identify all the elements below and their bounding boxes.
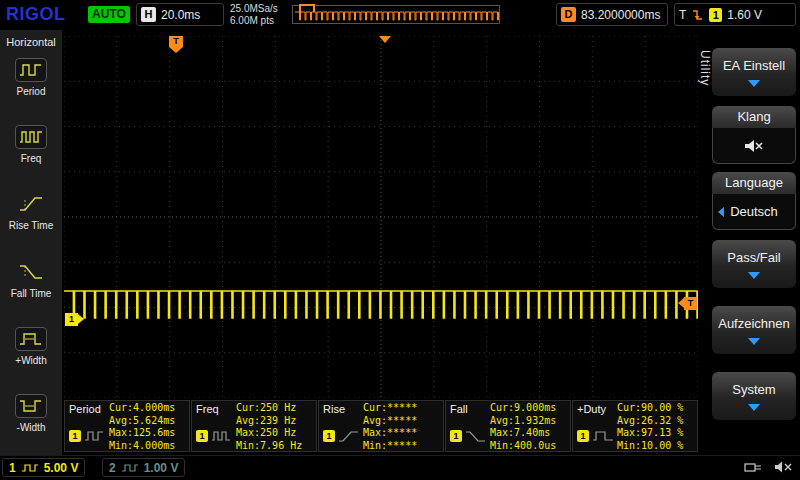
sidebar-item-period[interactable]: Period bbox=[0, 58, 62, 97]
fall-glyph-icon bbox=[465, 429, 487, 443]
h-badge: H bbox=[141, 7, 156, 22]
rise-time-icon bbox=[15, 192, 47, 216]
channel2-coupling-icon bbox=[121, 463, 139, 473]
measurement-box-freq[interactable]: Freq 1 Cur:250 Hz Avg:239 Hz Max:250 Hz … bbox=[191, 400, 317, 452]
horizontal-scale-value: 20.0ms bbox=[161, 8, 200, 22]
channel-badge: 1 bbox=[577, 430, 589, 442]
run-status-badge[interactable]: AUTO bbox=[88, 6, 130, 23]
sidebar-item-label: Rise Time bbox=[9, 220, 53, 231]
measurement-label: Fall bbox=[450, 403, 468, 415]
passfail-button[interactable]: Pass/Fail bbox=[712, 240, 796, 288]
t-label: T bbox=[679, 8, 686, 22]
record-button[interactable]: Aufzeichnen bbox=[712, 306, 796, 354]
channel-badge: 1 bbox=[69, 430, 81, 442]
channel1-ground-marker[interactable]: 1 bbox=[65, 313, 78, 326]
meas-avg: Avg:26.32 % bbox=[617, 415, 697, 428]
language-value: Deutsch bbox=[730, 204, 778, 219]
sidebar-item-label: +Width bbox=[15, 355, 46, 366]
meas-max: Max:***** bbox=[363, 427, 443, 440]
waveform-trace bbox=[64, 36, 698, 398]
sidebar-item-label: Freq bbox=[21, 153, 42, 164]
meas-max: Max:125.6ms bbox=[109, 427, 189, 440]
freq-icon bbox=[15, 125, 47, 149]
rise-glyph-icon bbox=[338, 429, 360, 443]
freq-glyph-icon bbox=[211, 429, 233, 443]
meas-min: Min:***** bbox=[363, 440, 443, 453]
language-label: Language bbox=[712, 172, 796, 194]
measurement-box-duty[interactable]: +Duty 1 Cur:90.00 % Avg:26.32 % Max:97.1… bbox=[572, 400, 698, 452]
waveform-preview-strip[interactable] bbox=[292, 5, 500, 24]
sidebar-item-freq[interactable]: Freq bbox=[0, 125, 62, 164]
io-settings-button[interactable]: EA Einstell bbox=[712, 48, 796, 96]
channel1-status[interactable]: 1 5.00 V bbox=[2, 458, 85, 477]
preview-position-slider[interactable] bbox=[299, 4, 315, 12]
meas-min: Min:7.96 Hz bbox=[236, 440, 316, 453]
channel-badge: 1 bbox=[323, 430, 335, 442]
channel2-scale: 1.00 V bbox=[144, 461, 179, 475]
trigger-level-value: 1.60 V bbox=[727, 8, 762, 22]
measurement-box-period[interactable]: Period 1 Cur:4.000ms Avg:5.624ms Max:125… bbox=[64, 400, 190, 452]
measurement-label: Period bbox=[69, 403, 101, 415]
sound-button[interactable]: Klang bbox=[712, 106, 796, 164]
channel1-coupling-icon bbox=[21, 463, 39, 473]
sound-label: Klang bbox=[712, 106, 796, 128]
measurement-label: +Duty bbox=[577, 403, 606, 415]
system-button[interactable]: System bbox=[712, 372, 796, 420]
bottom-status-bar: 1 5.00 V 2 1.00 V bbox=[0, 455, 800, 480]
meas-avg: Avg:239 Hz bbox=[236, 415, 316, 428]
acquisition-info: 25.0MSa/s 6.00M pts bbox=[230, 3, 278, 27]
meas-cur: Cur:90.00 % bbox=[617, 402, 697, 415]
plus-width-icon bbox=[15, 327, 47, 351]
channel1-scale: 5.00 V bbox=[44, 461, 79, 475]
trigger-level-marker[interactable]: T bbox=[684, 297, 697, 310]
duty-glyph-icon bbox=[592, 429, 614, 443]
sidebar-item-rise-time[interactable]: Rise Time bbox=[0, 192, 62, 231]
measurement-label: Rise bbox=[323, 403, 345, 415]
minus-width-icon bbox=[15, 394, 47, 418]
trigger-position-marker[interactable]: T bbox=[169, 36, 183, 47]
d-badge: D bbox=[561, 7, 576, 22]
graticule-area: T T 1 bbox=[64, 36, 698, 398]
sidebar-item-label: -Width bbox=[17, 422, 46, 433]
meas-cur: Cur:250 Hz bbox=[236, 402, 316, 415]
memory-depth-value: 6.00M pts bbox=[230, 15, 278, 27]
period-icon bbox=[15, 58, 47, 82]
record-label: Aufzeichnen bbox=[718, 316, 790, 331]
delay-box[interactable]: D 83.2000000ms bbox=[556, 3, 668, 26]
horizontal-scale-box[interactable]: H 20.0ms bbox=[136, 3, 224, 26]
sidebar-item-label: Fall Time bbox=[11, 288, 52, 299]
channel1-number: 1 bbox=[9, 461, 16, 475]
sidebar-item-fall-time[interactable]: Fall Time bbox=[0, 260, 62, 299]
prev-option-arrow-icon bbox=[718, 207, 724, 217]
menu-page-title: Utility bbox=[698, 50, 712, 86]
meas-max: Max:7.40ms bbox=[490, 427, 570, 440]
trigger-box[interactable]: T 1 1.60 V bbox=[674, 3, 796, 26]
rigol-logo: RIGOL bbox=[6, 4, 66, 25]
meas-avg: Avg:***** bbox=[363, 415, 443, 428]
speaker-mute-icon[interactable] bbox=[774, 460, 794, 474]
meas-cur: Cur:***** bbox=[363, 402, 443, 415]
left-menu: Horizontal Period Freq Rise Time Fall Ti… bbox=[0, 30, 62, 455]
meas-min: Min:400.0us bbox=[490, 440, 570, 453]
sample-rate-value: 25.0MSa/s bbox=[230, 3, 278, 15]
submenu-arrow-icon bbox=[748, 80, 760, 87]
channel-badge: 1 bbox=[450, 430, 462, 442]
channel-badge: 1 bbox=[196, 430, 208, 442]
channel2-status[interactable]: 2 1.00 V bbox=[102, 458, 185, 477]
delay-reference-marker[interactable] bbox=[379, 36, 391, 43]
measurement-label: Freq bbox=[196, 403, 219, 415]
preview-waveform bbox=[294, 7, 500, 24]
sidebar-item-nwidth[interactable]: -Width bbox=[0, 394, 62, 433]
meas-avg: Avg:1.932ms bbox=[490, 415, 570, 428]
meas-cur: Cur:9.000ms bbox=[490, 402, 570, 415]
measurement-box-rise[interactable]: Rise 1 Cur:***** Avg:***** Max:***** Min… bbox=[318, 400, 444, 452]
left-menu-title: Horizontal bbox=[0, 36, 62, 48]
submenu-arrow-icon bbox=[748, 272, 760, 279]
usb-icon bbox=[744, 461, 764, 474]
sidebar-item-pwidth[interactable]: +Width bbox=[0, 327, 62, 366]
period-glyph-icon bbox=[84, 429, 106, 443]
delay-value: 83.2000000ms bbox=[581, 8, 660, 22]
measurement-box-fall[interactable]: Fall 1 Cur:9.000ms Avg:1.932ms Max:7.40m… bbox=[445, 400, 571, 452]
meas-min: Min:4.000ms bbox=[109, 440, 189, 453]
language-button[interactable]: Language Deutsch bbox=[712, 172, 796, 230]
